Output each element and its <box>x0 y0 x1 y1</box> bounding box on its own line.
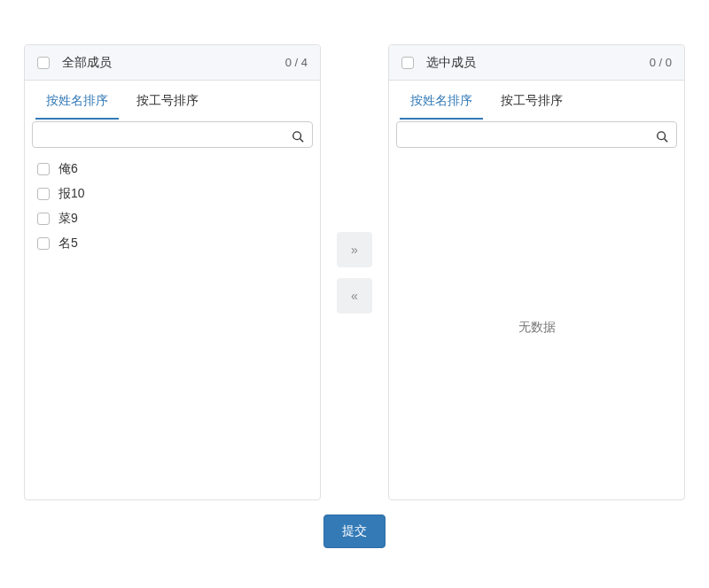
left-list: 俺6 报10 菜9 名5 <box>25 155 320 499</box>
left-search-input[interactable] <box>32 121 313 148</box>
list-item-label: 报10 <box>58 186 85 202</box>
list-item-checkbox[interactable] <box>37 188 50 200</box>
list-item-checkbox[interactable] <box>37 213 50 225</box>
left-select-all-checkbox[interactable] <box>37 57 50 69</box>
list-item[interactable]: 报10 <box>32 182 313 206</box>
left-search-wrap <box>25 120 320 155</box>
left-panel-title: 全部成员 <box>62 55 285 71</box>
right-panel-header: 选中成员 0 / 0 <box>389 45 684 81</box>
list-item-checkbox[interactable] <box>37 237 50 250</box>
submit-button[interactable]: 提交 <box>323 514 386 548</box>
list-item-label: 菜9 <box>58 211 78 227</box>
list-item[interactable]: 名5 <box>32 231 313 256</box>
right-tabs: 按姓名排序 按工号排序 <box>389 86 684 120</box>
list-item-label: 俺6 <box>58 161 78 177</box>
right-panel-count: 0 / 0 <box>650 56 672 69</box>
chevron-double-right-icon: » <box>351 243 358 257</box>
list-item-label: 名5 <box>58 236 78 251</box>
right-tab-sort-by-name[interactable]: 按姓名排序 <box>400 86 483 120</box>
left-tabs: 按姓名排序 按工号排序 <box>25 86 320 120</box>
right-search-wrap <box>389 120 684 155</box>
left-tab-sort-by-name[interactable]: 按姓名排序 <box>35 86 119 120</box>
left-panel-count: 0 / 4 <box>285 56 308 69</box>
transfer-buttons: » « <box>337 232 372 313</box>
list-item[interactable]: 菜9 <box>32 206 313 231</box>
list-item[interactable]: 俺6 <box>32 157 313 182</box>
list-item-checkbox[interactable] <box>37 163 50 175</box>
right-empty-state: 无数据 <box>389 155 684 499</box>
left-panel: 全部成员 0 / 4 按姓名排序 按工号排序 俺6 <box>24 44 321 500</box>
right-tab-sort-by-id[interactable]: 按工号排序 <box>490 86 573 120</box>
right-panel: 选中成员 0 / 0 按姓名排序 按工号排序 无数据 <box>388 44 685 500</box>
move-left-button[interactable]: « <box>337 278 372 313</box>
left-tab-sort-by-id[interactable]: 按工号排序 <box>126 86 209 120</box>
left-panel-header: 全部成员 0 / 4 <box>25 45 320 81</box>
right-select-all-checkbox[interactable] <box>401 57 414 69</box>
right-panel-title: 选中成员 <box>426 55 650 71</box>
right-search-input[interactable] <box>396 121 677 148</box>
move-right-button[interactable]: » <box>337 232 372 267</box>
chevron-double-left-icon: « <box>351 289 358 303</box>
